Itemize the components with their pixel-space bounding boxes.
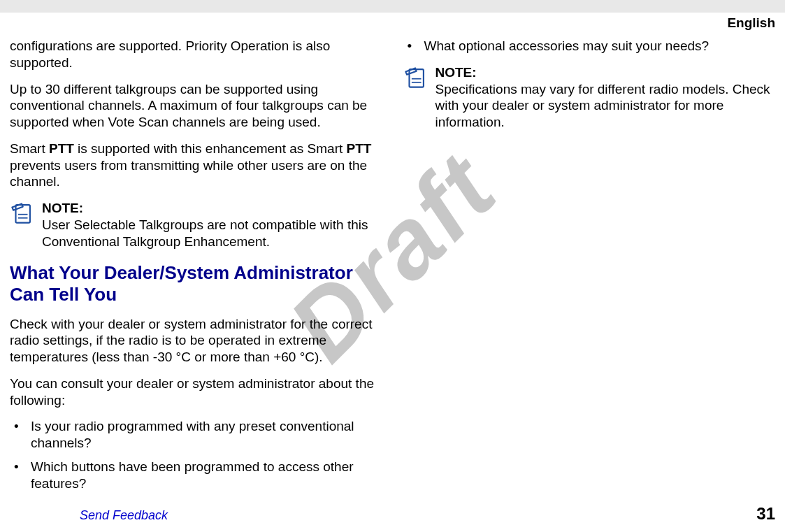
note-block: NOTE: Specifications may vary for differ… [403, 64, 776, 131]
section-heading: What Your Dealer/System Administrator Ca… [10, 262, 382, 305]
paragraph: Smart PTT is supported with this enhance… [10, 141, 382, 190]
bold-text: PTT [347, 141, 372, 156]
paragraph: Check with your dealer or system adminis… [10, 316, 382, 366]
top-grey-bar [0, 0, 785, 13]
page-body: configurations are supported. Priority O… [10, 38, 775, 497]
page-footer: Send Feedback 31 [10, 504, 775, 524]
list-item: Which buttons have been programmed to ac… [10, 459, 382, 492]
paragraph: Up to 30 different talkgroups can be sup… [10, 81, 382, 131]
note-body: NOTE: Specifications may vary for differ… [435, 64, 776, 131]
send-feedback-link[interactable]: Send Feedback [10, 508, 168, 523]
paragraph: configurations are supported. Priority O… [10, 38, 382, 71]
list-item: What optional accessories may suit your … [403, 38, 776, 55]
page-number: 31 [756, 504, 775, 524]
paragraph: You can consult your dealer or system ad… [10, 375, 382, 409]
text-run: prevents users from transmitting while o… [10, 158, 367, 189]
text-run: Smart [10, 141, 49, 156]
note-block: NOTE: User Selectable Talkgroups are not… [10, 200, 382, 250]
note-icon [10, 201, 34, 225]
note-icon [403, 66, 427, 89]
note-label: NOTE: [435, 65, 477, 80]
bold-text: PTT [49, 141, 74, 156]
language-label: English [727, 15, 775, 31]
note-text: User Selectable Talkgroups are not compa… [42, 217, 368, 249]
svg-rect-3 [409, 69, 423, 87]
note-label: NOTE: [42, 201, 83, 215]
note-body: NOTE: User Selectable Talkgroups are not… [42, 200, 382, 250]
note-text: Specifications may vary for different ra… [435, 82, 770, 130]
list-item: Is your radio programmed with any preset… [10, 418, 382, 452]
text-run: is supported with this enhancement as Sm… [74, 141, 347, 156]
